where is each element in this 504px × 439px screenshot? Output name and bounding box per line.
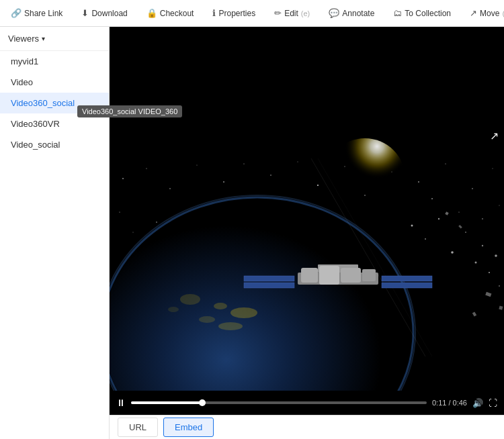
svg-point-20	[431, 198, 433, 199]
share-link-label: Share Link	[24, 9, 62, 18]
checkout-icon: 🔒	[146, 8, 157, 18]
svg-point-23	[499, 205, 500, 206]
video-top-black	[110, 27, 504, 124]
edit-button[interactable]: ✏ Edit (e)	[269, 5, 315, 21]
viewers-header[interactable]: Viewers ▾	[0, 27, 109, 51]
video-controls: ⏸ 0:11 / 0:46 🔊 ⛶	[110, 391, 504, 415]
edit-label: Edit	[284, 9, 298, 18]
url-tab-button[interactable]: URL	[118, 418, 158, 437]
edit-icon: ✏	[274, 8, 282, 18]
svg-point-3	[169, 188, 170, 189]
main-layout: Viewers ▾ myvid1 Video Video360_social V…	[0, 27, 504, 439]
svg-point-48	[438, 218, 439, 220]
checkout-button[interactable]: 🔒 Checkout	[141, 5, 200, 21]
svg-point-25	[180, 294, 200, 305]
svg-point-46	[411, 225, 413, 227]
svg-point-1	[122, 178, 124, 179]
svg-rect-40	[382, 276, 432, 281]
svg-point-47	[425, 238, 426, 240]
svg-point-53	[489, 272, 490, 273]
svg-point-49	[451, 251, 454, 254]
move-button[interactable]: ↗ Move (m)	[464, 5, 504, 21]
bottom-tabs: URL Embed	[110, 415, 504, 439]
chevron-down-icon: ▾	[42, 35, 45, 42]
svg-point-16	[493, 168, 493, 169]
svg-point-9	[317, 185, 319, 186]
svg-rect-39	[244, 283, 294, 288]
svg-point-29	[218, 322, 243, 330]
video-content: ↗	[110, 124, 504, 391]
space-video-frame	[110, 124, 504, 391]
sidebar-item-myvid1[interactable]: myvid1	[0, 51, 109, 72]
share-icon[interactable]: ↗	[490, 130, 499, 142]
svg-rect-41	[382, 283, 432, 288]
to-collection-button[interactable]: 🗂 To Collection	[388, 5, 456, 21]
fullscreen-button[interactable]: ⛶	[489, 398, 497, 408]
svg-point-26	[214, 303, 227, 309]
svg-point-2	[146, 168, 146, 168]
progress-fill	[131, 401, 202, 404]
svg-point-27	[230, 307, 257, 318]
annotate-button[interactable]: 💬 Annotate	[323, 5, 380, 21]
sidebar-item-video360vr[interactable]: Video360VR	[0, 113, 109, 134]
toolbar: 🔗 Share Link ⬇ Download 🔒 Checkout ℹ Pro…	[0, 0, 504, 27]
svg-point-5	[223, 181, 224, 183]
checkout-label: Checkout	[160, 9, 194, 18]
progress-thumb	[199, 399, 206, 406]
sidebar-item-video360social[interactable]: Video360_social	[0, 93, 109, 113]
share-link-button[interactable]: 🔗 Share Link	[5, 5, 68, 21]
svg-rect-45	[362, 269, 376, 281]
svg-point-30	[168, 307, 179, 312]
share-link-icon: 🔗	[11, 8, 22, 18]
annotate-label: Annotate	[342, 9, 374, 18]
svg-point-28	[199, 316, 215, 323]
svg-rect-44	[341, 268, 361, 283]
svg-rect-42	[301, 268, 318, 283]
volume-button[interactable]: 🔊	[472, 398, 483, 408]
time-display: 0:11 / 0:46	[432, 399, 467, 407]
video-area: ↗	[110, 27, 504, 439]
sidebar: Viewers ▾ myvid1 Video Video360_social V…	[0, 27, 110, 439]
svg-point-54	[495, 254, 497, 257]
properties-icon: ℹ	[212, 8, 216, 18]
to-collection-icon: 🗂	[393, 8, 402, 18]
svg-point-14	[445, 163, 446, 164]
svg-point-55	[499, 285, 500, 287]
svg-point-18	[133, 232, 134, 233]
move-label: Move	[480, 9, 499, 18]
svg-point-21	[458, 211, 459, 212]
svg-point-33	[325, 138, 405, 219]
to-collection-label: To Collection	[405, 9, 451, 18]
move-icon: ↗	[470, 8, 477, 18]
edit-shortcut: (e)	[301, 9, 310, 17]
download-icon: ⬇	[81, 8, 89, 18]
svg-point-52	[482, 245, 483, 246]
annotate-icon: 💬	[329, 8, 339, 18]
download-label: Download	[91, 9, 127, 18]
progress-bar[interactable]	[131, 401, 427, 404]
properties-button[interactable]: ℹ Properties	[207, 5, 261, 21]
play-pause-button[interactable]: ⏸	[116, 397, 126, 408]
svg-point-15	[472, 188, 472, 189]
svg-point-6	[243, 163, 244, 164]
viewers-label: Viewers	[8, 34, 39, 44]
embed-tab-button[interactable]: Embed	[163, 418, 214, 437]
sidebar-item-video[interactable]: Video	[0, 72, 109, 93]
sidebar-item-video-social[interactable]: Video_social	[0, 134, 109, 155]
svg-point-51	[475, 262, 477, 264]
svg-rect-43	[319, 266, 339, 285]
svg-point-7	[270, 175, 271, 175]
svg-point-50	[465, 232, 466, 233]
svg-rect-38	[244, 276, 294, 281]
svg-point-19	[156, 222, 157, 222]
svg-point-4	[197, 165, 198, 166]
svg-point-13	[418, 181, 419, 183]
svg-point-22	[482, 218, 482, 219]
svg-point-8	[298, 162, 298, 162]
properties-label: Properties	[218, 9, 255, 18]
svg-point-17	[119, 211, 120, 212]
download-button[interactable]: ⬇ Download	[76, 5, 132, 21]
